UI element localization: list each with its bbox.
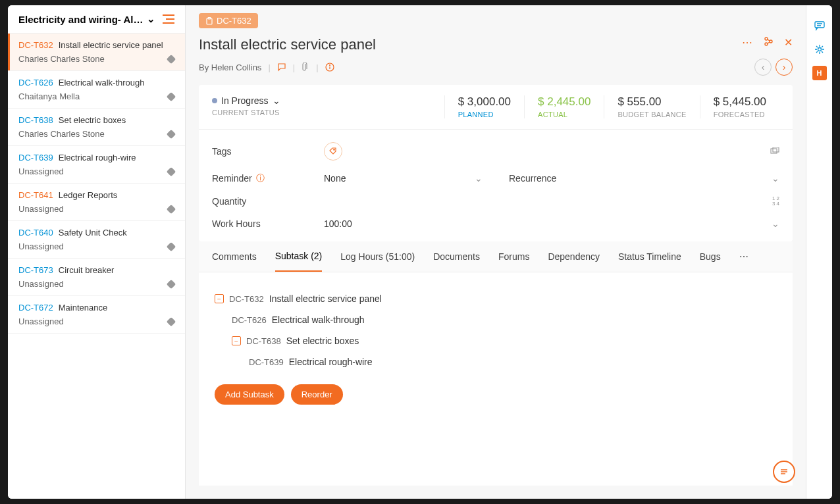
page-title: Install electric service panel [199,36,376,53]
task-item[interactable]: DC-T641Ledger ReportsUnassigned [8,184,185,221]
comment-icon[interactable] [277,63,286,72]
subtask-name: Electrical walk-through [272,315,365,325]
metric: $ 555.00BUDGET BALANCE [604,95,699,118]
task-item[interactable]: DC-T639Electrical rough-wireUnassigned [8,146,185,184]
task-name: Electrical walk-through [59,78,145,88]
task-item[interactable]: DC-T672MaintenanceUnassigned [8,296,185,334]
svg-point-12 [329,65,330,66]
tab[interactable]: Status Timeline [618,242,681,271]
add-tag-button[interactable] [324,142,342,161]
task-name: Maintenance [59,303,107,313]
task-name: Safety Unit Check [59,228,127,238]
subtask-row[interactable]: −DC-T638Set electric boxes [232,330,777,351]
task-item[interactable]: DC-T673Circuit breakerUnassigned [8,259,185,296]
task-id: DC-T626 [18,78,53,88]
close-icon[interactable]: ✕ [784,36,793,49]
priority-icon [167,204,176,213]
info-icon[interactable] [325,63,334,72]
chevron-down-icon[interactable]: ⌄ [475,173,483,184]
task-id: DC-T641 [18,190,53,200]
sidebar-title-text: Electricity and wiring- Al… [18,14,143,25]
tab[interactable]: Subtask (2) [275,241,323,272]
task-name: Install electric service panel [59,40,163,50]
task-id: DC-T640 [18,228,53,238]
metric-label: ACTUAL [538,111,591,118]
tab[interactable]: Documents [433,242,480,271]
tab[interactable]: Log Hours (51:00) [340,242,415,271]
priority-icon [167,54,176,63]
tab[interactable]: Dependency [548,242,600,271]
task-id: DC-T639 [18,153,53,163]
svg-point-13 [333,149,334,150]
chevron-down-icon: ⌄ [273,95,280,106]
svg-rect-16 [815,22,824,28]
quantity-label: Quantity [212,196,324,207]
priority-icon [167,241,176,251]
metric-label: FORECASTED [714,111,766,118]
collapse-icon[interactable]: − [215,294,224,303]
task-item[interactable]: DC-T638Set electric boxesCharles Charles… [8,109,185,146]
metric-label: BUDGET BALANCE [617,111,686,118]
task-item[interactable]: DC-T632Install electric service panelCha… [8,34,185,71]
collapse-sidebar-icon[interactable] [163,14,174,24]
task-name: Electrical rough-wire [59,153,136,163]
svg-point-19 [818,48,821,51]
subtask-name: Install electric service panel [269,293,382,304]
task-name: Ledger Reports [59,190,118,200]
info-icon[interactable]: ⓘ [256,172,265,184]
tab[interactable]: Forums [498,242,529,271]
add-subtask-button[interactable]: Add Subtask [215,384,284,405]
task-name: Circuit breaker [59,265,115,275]
floating-action-button[interactable] [773,461,795,483]
sidebar-title[interactable]: Electricity and wiring- Al… ⌄ [18,13,163,25]
workhours-value[interactable]: 100:00 [324,218,352,229]
attachment-icon[interactable] [302,63,309,72]
metric: $ 5,445.00FORECASTED [700,95,779,118]
chip-text: DC-T632 [217,16,251,26]
subtask-row[interactable]: DC-T639Electrical rough-wire [249,351,777,372]
reminder-value[interactable]: None [324,173,346,184]
task-assignee: Unassigned [18,241,64,251]
subtask-row[interactable]: DC-T626Electrical walk-through [232,309,777,330]
number-grid-icon[interactable]: 1 23 4 [772,196,779,207]
metric-value: $ 555.00 [617,95,686,109]
metric-value: $ 2,445.00 [538,95,591,109]
task-chip[interactable]: DC-T632 [199,13,258,28]
svg-point-7 [770,40,772,43]
collapse-icon[interactable]: − [232,336,241,345]
more-tabs-icon[interactable]: ⋯ [739,242,748,271]
task-id: DC-T638 [18,115,53,125]
task-assignee: Charles Charles Stone [18,129,105,139]
subtask-id: DC-T626 [232,315,267,325]
task-item[interactable]: DC-T626Electrical walk-throughChaitanya … [8,71,185,109]
subtask-name: Electrical rough-wire [289,357,373,367]
subtask-row[interactable]: −DC-T632Install electric service panel [215,288,777,309]
tab[interactable]: Bugs [700,242,721,271]
tag-panel-icon[interactable] [770,147,779,155]
subtask-id: DC-T632 [229,294,264,304]
task-id: DC-T673 [18,265,53,275]
chevron-down-icon[interactable]: ⌄ [772,173,779,184]
recurrence-label: Recurrence [509,173,621,184]
help-badge[interactable]: H [812,66,827,80]
task-assignee: Unassigned [18,279,64,289]
prev-button[interactable]: ‹ [754,59,772,76]
task-assignee: Chaitanya Mella [18,91,80,101]
chevron-down-icon[interactable]: ⌄ [772,218,779,229]
next-button[interactable]: › [775,59,793,76]
more-icon[interactable]: ⋯ [742,36,752,49]
metric-label: PLANNED [458,111,511,118]
task-id: DC-T632 [18,40,53,50]
svg-point-5 [765,38,768,40]
tab[interactable]: Comments [212,242,257,271]
priority-icon [167,91,176,101]
chat-icon[interactable] [812,18,827,33]
task-item[interactable]: DC-T640Safety Unit CheckUnassigned [8,221,185,259]
reorder-button[interactable]: Reorder [291,384,343,405]
settings-icon[interactable] [812,42,827,57]
svg-line-9 [768,42,770,43]
link-icon[interactable] [763,36,774,49]
svg-rect-15 [773,147,779,152]
task-assignee: Unassigned [18,166,64,176]
status-dropdown[interactable]: In Progress ⌄ [212,95,444,106]
